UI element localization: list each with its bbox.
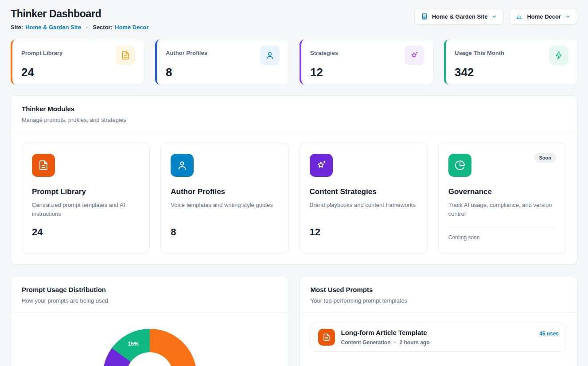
stat-card-author-profiles: Author Profiles 8 xyxy=(155,39,288,85)
module-description: Track AI usage, compliance, and version … xyxy=(448,201,556,218)
divider xyxy=(300,312,577,313)
prompt-usage-distribution-panel: Prompt Usage Distribution How your promp… xyxy=(11,276,289,366)
page-title: Thinker Dashboard xyxy=(11,8,149,20)
usage-panel-subtitle: How your prompts are being used xyxy=(22,297,278,304)
module-title: Governance xyxy=(448,187,556,196)
thinker-modules-section: Thinker Modules Manage prompts, profiles… xyxy=(11,95,577,265)
stat-value: 342 xyxy=(455,66,569,79)
sector-selector-dropdown[interactable]: Home Decor xyxy=(509,8,577,25)
breadcrumb: Site: Home & Garden Site · Sector: Home … xyxy=(11,24,149,31)
module-card-governance[interactable]: Soon Governance Track AI usage, complian… xyxy=(438,143,566,253)
chevron-down-icon xyxy=(565,14,571,19)
stat-label: Author Profiles xyxy=(166,46,207,56)
stat-card-usage: Usage This Month 342 xyxy=(444,39,577,85)
header-actions: Home & Garden Site Home Decor xyxy=(414,8,577,25)
prompts-panel-title: Most Used Prompts xyxy=(311,286,567,293)
stat-value: 12 xyxy=(310,66,424,79)
stat-value: 8 xyxy=(166,66,280,79)
prompt-meta: Content Generation · 2 hours ago xyxy=(341,339,430,346)
site-selector-label: Home & Garden Site xyxy=(432,13,488,20)
module-card-author-profiles[interactable]: Author Profiles Voice templates and writ… xyxy=(160,143,288,253)
stat-label: Usage This Month xyxy=(455,46,504,56)
prompt-list-item[interactable]: Long-form Article Template Content Gener… xyxy=(311,323,567,352)
breadcrumb-separator: · xyxy=(86,24,88,31)
prompt-item-text: Long-form Article Template Content Gener… xyxy=(341,329,430,346)
stat-value: 24 xyxy=(21,66,135,79)
usage-donut: 15% xyxy=(103,329,197,366)
module-description: Voice templates and writing style guides xyxy=(171,201,278,218)
soon-badge: Soon xyxy=(534,153,557,163)
person-icon xyxy=(171,154,194,177)
bottom-row: Prompt Usage Distribution How your promp… xyxy=(11,276,577,366)
modules-grid: Prompt Library Centralized prompt templa… xyxy=(11,132,577,264)
site-link[interactable]: Home & Garden Site xyxy=(25,24,81,31)
module-count: 8 xyxy=(171,226,278,238)
module-count: 24 xyxy=(32,226,140,238)
usage-panel-title: Prompt Usage Distribution xyxy=(22,286,278,293)
module-description: Centralized prompt templates and AI inst… xyxy=(32,201,140,218)
stat-card-strategies: Strategies 12 xyxy=(300,39,433,85)
sector-selector-label: Home Decor xyxy=(527,13,561,20)
coming-soon-note: Coming soon xyxy=(448,227,556,241)
prompt-time: 2 hours ago xyxy=(400,339,430,346)
prompts-panel-subtitle: Your top-performing prompt templates xyxy=(311,297,567,304)
stat-card-prompt-library: Prompt Library 24 xyxy=(11,39,144,85)
module-card-content-strategies[interactable]: Content Strategies Brand playbooks and c… xyxy=(300,143,428,253)
sparkle-star-icon xyxy=(310,154,333,177)
building-icon xyxy=(421,13,428,20)
stat-label: Prompt Library xyxy=(21,46,62,56)
prompt-name: Long-form Article Template xyxy=(341,329,430,336)
prompt-category: Content Generation xyxy=(341,339,391,346)
pie-chart-icon xyxy=(448,154,471,177)
dashboard-page: Thinker Dashboard Site: Home & Garden Si… xyxy=(0,0,588,366)
document-icon xyxy=(116,46,135,65)
header: Thinker Dashboard Site: Home & Garden Si… xyxy=(11,8,577,31)
sparkle-star-icon xyxy=(405,46,424,65)
module-count: 12 xyxy=(310,226,417,238)
lightning-icon xyxy=(549,46,569,65)
module-title: Content Strategies xyxy=(310,187,417,196)
stat-label: Strategies xyxy=(310,46,338,56)
site-selector-dropdown[interactable]: Home & Garden Site xyxy=(414,8,504,25)
module-title: Prompt Library xyxy=(32,187,140,196)
document-icon xyxy=(32,154,55,177)
stats-row: Prompt Library 24 Author Profiles 8 Stra… xyxy=(11,39,577,85)
site-label: Site: xyxy=(11,24,23,31)
header-left: Thinker Dashboard Site: Home & Garden Si… xyxy=(11,8,149,31)
module-title: Author Profiles xyxy=(171,187,278,196)
chevron-down-icon xyxy=(491,14,497,19)
person-icon xyxy=(260,46,280,65)
uses-count-badge: 45 uses xyxy=(539,329,559,337)
module-description: Brand playbooks and content frameworks xyxy=(310,201,417,218)
most-used-prompts-panel: Most Used Prompts Your top-performing pr… xyxy=(300,276,578,366)
donut-chart-area: 15% xyxy=(11,313,288,366)
donut-segment-label: 15% xyxy=(128,341,139,347)
bar-chart-icon xyxy=(516,13,523,20)
modules-subtitle: Manage prompts, profiles, and strategies xyxy=(22,117,566,123)
sector-label: Sector: xyxy=(93,24,113,31)
meta-separator: · xyxy=(394,339,396,346)
document-icon xyxy=(318,329,335,346)
modules-title: Thinker Modules xyxy=(22,105,566,113)
sector-link[interactable]: Home Decor xyxy=(115,24,149,31)
module-card-prompt-library[interactable]: Prompt Library Centralized prompt templa… xyxy=(22,143,150,253)
